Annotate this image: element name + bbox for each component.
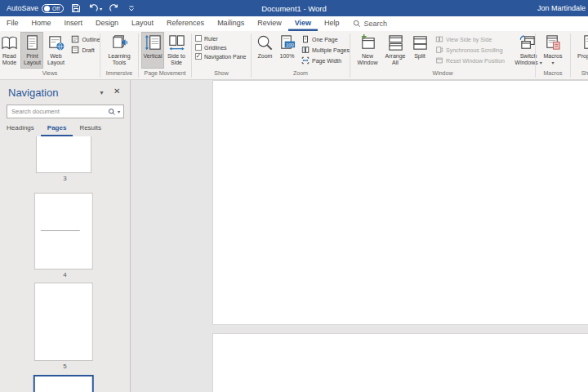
ribbon: Read Mode Print Layout <box>0 31 588 80</box>
view-side-by-side-button: View Side by Side <box>435 35 505 43</box>
group-show: Ruler Gridlines Navigation Pane Show <box>192 31 251 79</box>
tab-design[interactable]: Design <box>89 16 125 31</box>
print-layout-label: Print Layout <box>20 53 43 67</box>
page-thumbnail-5[interactable] <box>33 283 92 361</box>
group-window: New Window Arrange All Split <box>350 31 535 79</box>
document-search-input[interactable] <box>7 108 108 115</box>
learning-tools-button[interactable]: Learning Tools <box>103 32 136 69</box>
print-layout-button[interactable]: Print Layout <box>20 32 43 69</box>
search-icon[interactable] <box>108 108 116 116</box>
view-side-by-side-icon <box>435 35 443 43</box>
side-to-side-button[interactable]: Side to Side <box>164 32 189 69</box>
navigation-tabs: Headings Pages Results <box>0 122 131 136</box>
draft-button[interactable]: Draft <box>71 46 100 54</box>
page-thumbnail-selected[interactable] <box>33 375 93 392</box>
search-options-arrow-icon[interactable]: ▾ <box>118 109 120 114</box>
search-box[interactable]: Search <box>353 16 388 31</box>
navigation-close-icon[interactable]: ✕ <box>114 87 120 96</box>
outline-button[interactable]: Outline <box>71 35 100 43</box>
multiple-pages-button[interactable]: Multiple Pages <box>301 46 350 54</box>
autosave-label: AutoSave <box>7 4 38 12</box>
page-width-button[interactable]: Page Width <box>301 56 350 65</box>
zoom-button[interactable]: Zoom <box>254 32 276 69</box>
page-thumbnail-4[interactable] <box>33 193 92 270</box>
ruler-label: Ruler <box>204 36 218 42</box>
customize-toolbar-icon[interactable] <box>127 3 136 13</box>
document-page-2[interactable] <box>212 333 588 392</box>
tab-mailings[interactable]: Mailings <box>211 16 251 31</box>
outline-label: Outline <box>82 37 100 42</box>
read-mode-button[interactable]: Read Mode <box>0 32 20 69</box>
one-page-button[interactable]: One Page <box>301 35 350 43</box>
arrange-all-button[interactable]: Arrange All <box>381 32 409 69</box>
one-page-icon <box>301 35 310 43</box>
title-bar: AutoSave Off ▾ Document1 - Wor <box>0 0 588 16</box>
group-label-show: Show <box>192 69 251 79</box>
ruler-checkbox[interactable]: Ruler <box>195 35 246 42</box>
redo-icon[interactable] <box>109 3 119 13</box>
web-layout-icon <box>47 33 65 52</box>
search-label: Search <box>364 20 388 28</box>
group-macros: Macros▾ Macros <box>536 31 570 79</box>
vertical-label: Vertical <box>144 53 163 60</box>
split-button[interactable]: Split <box>409 32 430 69</box>
tab-references[interactable]: References <box>160 16 211 31</box>
vertical-button[interactable]: Vertical <box>141 32 164 69</box>
web-layout-button[interactable]: Web Layout <box>43 32 68 69</box>
tab-view[interactable]: View <box>288 16 318 31</box>
save-icon[interactable] <box>71 3 81 13</box>
dropdown-arrow-icon: ▾ <box>551 60 554 65</box>
ribbon-tab-row: File Home Insert Design Layout Reference… <box>0 16 588 31</box>
synchronous-scrolling-button: Synchronous Scrolling <box>435 46 505 54</box>
navigation-pane-title: Navigation <box>8 87 58 99</box>
nav-tab-headings[interactable]: Headings <box>0 122 41 136</box>
document-canvas[interactable] <box>131 80 588 392</box>
tab-file[interactable]: File <box>0 16 25 31</box>
group-label-immersive: Immersive <box>100 69 138 79</box>
navigation-pane-checkbox[interactable]: Navigation Pane <box>195 53 246 60</box>
side-to-side-label: Side to Side <box>164 53 189 67</box>
group-label-macros: Macros <box>536 69 570 79</box>
read-mode-icon <box>0 33 19 52</box>
autosave-state: Off <box>52 6 60 11</box>
autosave-toggle[interactable]: AutoSave Off <box>7 4 64 13</box>
new-window-button[interactable]: New Window <box>354 32 381 69</box>
learning-tools-icon <box>110 33 129 52</box>
autosave-switch[interactable]: Off <box>42 4 64 13</box>
gridlines-checkbox[interactable]: Gridlines <box>195 44 246 51</box>
multiple-pages-icon <box>301 46 310 54</box>
undo-dropdown-icon[interactable]: ▾ <box>100 6 102 11</box>
tab-help[interactable]: Help <box>318 16 346 31</box>
toggle-knob-icon <box>44 6 50 11</box>
nav-tab-results[interactable]: Results <box>73 122 108 136</box>
macros-button[interactable]: Macros▾ <box>538 32 568 69</box>
checkbox-icon <box>195 44 202 51</box>
page-text-line <box>41 230 80 231</box>
properties-button[interactable]: i Properties <box>574 32 588 69</box>
tab-review[interactable]: Review <box>251 16 288 31</box>
split-icon <box>411 33 430 52</box>
gridlines-label: Gridlines <box>204 45 227 51</box>
navigation-options-icon[interactable]: ▼ <box>99 90 105 96</box>
new-window-label: New Window <box>354 53 381 67</box>
zoom-100-button[interactable]: 100 100% <box>276 32 298 69</box>
draft-icon <box>71 46 79 54</box>
split-label: Split <box>414 53 425 60</box>
page-thumbnail-3[interactable] <box>35 136 91 173</box>
group-sharepoint: i Properties SharePoint <box>571 31 588 79</box>
checkbox-icon <box>195 35 202 42</box>
learning-tools-label: Learning Tools <box>103 53 136 67</box>
tab-insert[interactable]: Insert <box>58 16 90 31</box>
tab-layout[interactable]: Layout <box>125 16 160 31</box>
zoom-label: Zoom <box>258 53 273 60</box>
document-search-box[interactable]: ▾ <box>7 105 124 118</box>
group-zoom: Zoom 100 100% One Page <box>252 31 350 79</box>
tab-home[interactable]: Home <box>25 16 58 31</box>
one-page-label: One Page <box>312 37 338 42</box>
nav-tab-pages[interactable]: Pages <box>41 122 74 136</box>
undo-icon[interactable] <box>88 3 98 13</box>
account-name[interactable]: Jon Martindale <box>537 4 588 12</box>
document-page-1[interactable] <box>212 80 588 325</box>
zoom-icon <box>256 33 274 52</box>
reset-window-position-label: Reset Window Position <box>446 58 505 64</box>
